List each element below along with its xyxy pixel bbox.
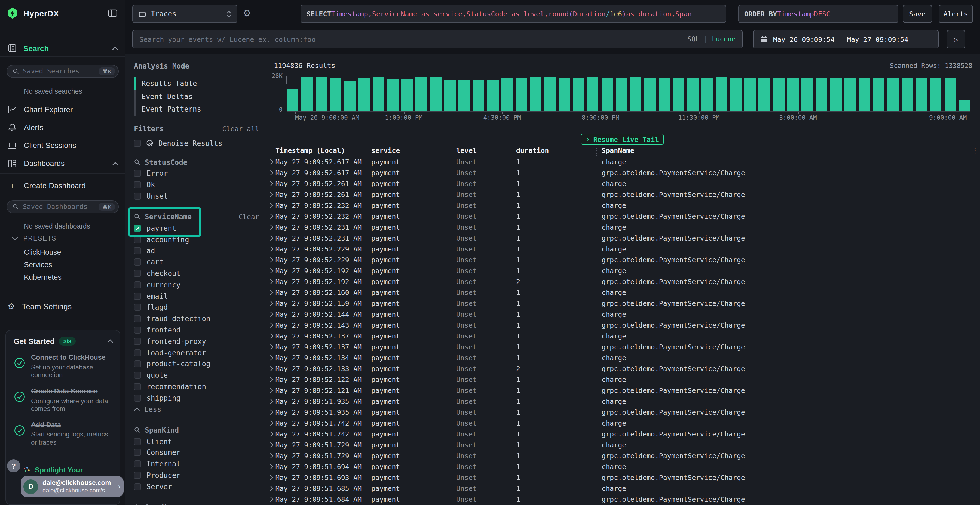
row-expand-chevron-icon[interactable] <box>268 246 275 252</box>
filter-checkbox[interactable] <box>134 181 141 188</box>
column-header-service[interactable]: service <box>366 146 451 154</box>
filter-option-unset[interactable]: Unset <box>134 191 259 202</box>
filter-checkbox[interactable] <box>134 383 141 390</box>
row-expand-chevron-icon[interactable] <box>268 441 275 448</box>
row-expand-chevron-icon[interactable] <box>268 485 275 491</box>
sidebar-item-client-sessions[interactable]: Client Sessions <box>8 141 118 150</box>
table-row[interactable]: May 27 9:09:52.617 AMpaymentUnset1charge <box>268 156 980 167</box>
user-menu[interactable]: D dale@clickhouse.com dale@clickhouse.co… <box>21 476 124 497</box>
table-row[interactable]: May 27 9:09:52.133 AMpaymentUnset2grpc.o… <box>268 363 980 374</box>
table-row[interactable]: May 27 9:09:52.231 AMpaymentUnset1grpc.o… <box>268 232 980 243</box>
histogram-bar[interactable] <box>716 77 727 111</box>
filter-option-product-catalog[interactable]: product-catalog <box>134 358 259 370</box>
filter-checkbox[interactable] <box>134 349 141 356</box>
filter-option-ok[interactable]: Ok <box>134 179 259 191</box>
row-expand-chevron-icon[interactable] <box>268 170 275 176</box>
histogram-bar[interactable] <box>759 78 770 111</box>
table-row[interactable]: May 27 9:09:52.160 AMpaymentUnset1charge <box>268 287 980 298</box>
histogram-bar[interactable] <box>287 89 298 111</box>
filter-checkbox[interactable] <box>134 304 141 311</box>
get-started-item[interactable]: Create Data SourcesConfigure where your … <box>14 387 113 413</box>
row-expand-chevron-icon[interactable] <box>268 202 275 208</box>
histogram-bar[interactable] <box>673 78 684 111</box>
sidebar-item-alerts[interactable]: Alerts <box>8 123 118 132</box>
row-expand-chevron-icon[interactable] <box>268 376 275 382</box>
row-expand-chevron-icon[interactable] <box>268 224 275 230</box>
chevron-up-icon[interactable] <box>107 339 113 343</box>
histogram-bar[interactable] <box>601 78 613 111</box>
row-expand-chevron-icon[interactable] <box>268 333 275 339</box>
filter-checkbox[interactable] <box>134 270 141 277</box>
table-row[interactable]: May 27 9:09:52.261 AMpaymentUnset1grpc.o… <box>268 189 980 200</box>
histogram-bar[interactable] <box>830 78 842 111</box>
filter-option-recommendation[interactable]: recommendation <box>134 381 259 392</box>
histogram-bar[interactable] <box>387 79 399 111</box>
row-expand-chevron-icon[interactable] <box>268 496 275 502</box>
filter-checkbox[interactable] <box>134 360 141 368</box>
filter-checkbox[interactable] <box>134 292 141 300</box>
table-row[interactable]: May 27 9:09:52.261 AMpaymentUnset1charge <box>268 178 980 189</box>
filter-option-email[interactable]: email <box>134 290 259 302</box>
table-row[interactable]: May 27 9:09:52.232 AMpaymentUnset1charge <box>268 200 980 211</box>
table-row[interactable]: May 27 9:09:52.121 AMpaymentUnset1grpc.o… <box>268 385 980 395</box>
filter-option-internal[interactable]: Internal <box>134 458 259 470</box>
table-row[interactable]: May 27 9:09:51.935 AMpaymentUnset1charge <box>268 395 980 407</box>
histogram-bar[interactable] <box>659 78 670 111</box>
row-expand-chevron-icon[interactable] <box>268 191 275 197</box>
table-row[interactable]: May 27 9:09:52.231 AMpaymentUnset1charge <box>268 221 980 232</box>
row-expand-chevron-icon[interactable] <box>268 453 275 459</box>
alerts-button[interactable]: Alerts <box>939 5 973 23</box>
histogram-bar[interactable] <box>473 80 484 111</box>
filter-option-frontend[interactable]: frontend <box>134 324 259 336</box>
filter-checkbox[interactable] <box>134 281 141 288</box>
row-expand-chevron-icon[interactable] <box>268 289 275 295</box>
filter-checkbox[interactable] <box>134 372 141 379</box>
clear-filter-button[interactable]: Clear <box>239 213 259 221</box>
filter-checkbox[interactable] <box>134 247 141 254</box>
histogram-bar[interactable] <box>358 78 370 111</box>
histogram-bar[interactable] <box>301 77 313 111</box>
row-expand-chevron-icon[interactable] <box>268 267 275 273</box>
row-expand-chevron-icon[interactable] <box>268 431 275 437</box>
table-row[interactable]: May 27 9:09:52.122 AMpaymentUnset1charge <box>268 374 980 385</box>
column-header-timestamp[interactable]: Timestamp (Local) <box>275 146 366 154</box>
histogram-bar[interactable] <box>501 78 513 111</box>
histogram-bar[interactable] <box>887 78 899 111</box>
saved-searches-input[interactable]: Saved Searches ⌘K <box>6 65 119 78</box>
denoise-results-option[interactable]: Denoise Results <box>134 139 259 147</box>
save-button[interactable]: Save <box>903 5 932 23</box>
table-row[interactable]: May 27 9:09:52.159 AMpaymentUnset1grpc.o… <box>268 298 980 308</box>
row-expand-chevron-icon[interactable] <box>268 159 275 165</box>
filter-option-client[interactable]: Client <box>134 436 259 447</box>
histogram-bar[interactable] <box>816 78 827 111</box>
filter-option-currency[interactable]: currency <box>134 279 259 291</box>
order-by-input[interactable]: ORDER BY Timestamp DESC <box>738 5 898 23</box>
mode-event-patterns[interactable]: Event Patterns <box>134 103 259 116</box>
filter-checkbox[interactable] <box>134 225 141 232</box>
table-row[interactable]: May 27 9:09:52.229 AMpaymentUnset1grpc.o… <box>268 254 980 265</box>
filter-checkbox[interactable] <box>134 472 141 479</box>
histogram-bar[interactable] <box>330 78 341 111</box>
row-expand-chevron-icon[interactable] <box>268 420 275 426</box>
histogram-bar[interactable] <box>845 78 856 111</box>
histogram-bar[interactable] <box>515 78 527 111</box>
histogram-bar[interactable] <box>416 77 427 111</box>
select-clause-input[interactable]: SELECT Timestamp, ServiceName as service… <box>301 5 726 23</box>
table-row[interactable]: May 27 9:09:51.685 AMpaymentUnset1charge <box>268 483 980 494</box>
table-row[interactable]: May 27 9:09:52.137 AMpaymentUnset1grpc.o… <box>268 341 980 352</box>
row-expand-chevron-icon[interactable] <box>268 354 275 360</box>
filter-checkbox[interactable] <box>134 483 141 490</box>
histogram-bar[interactable] <box>959 100 970 111</box>
denoise-checkbox[interactable] <box>134 140 141 147</box>
histogram-bar[interactable] <box>787 78 799 111</box>
filter-option-quote[interactable]: quote <box>134 370 259 381</box>
preset-item-clickhouse[interactable]: ClickHouse <box>0 246 125 259</box>
histogram-bar[interactable] <box>573 78 584 111</box>
filter-option-fraud-detection[interactable]: fraud-detection <box>134 313 259 325</box>
histogram-bar[interactable] <box>744 78 756 111</box>
table-row[interactable]: May 27 9:09:52.229 AMpaymentUnset1charge <box>268 243 980 254</box>
histogram-bar[interactable] <box>730 78 741 111</box>
table-row[interactable]: May 27 9:09:51.742 AMpaymentUnset1grpc.o… <box>268 428 980 439</box>
clear-all-button[interactable]: Clear all <box>223 124 259 132</box>
filter-option-ad[interactable]: ad <box>134 245 259 257</box>
